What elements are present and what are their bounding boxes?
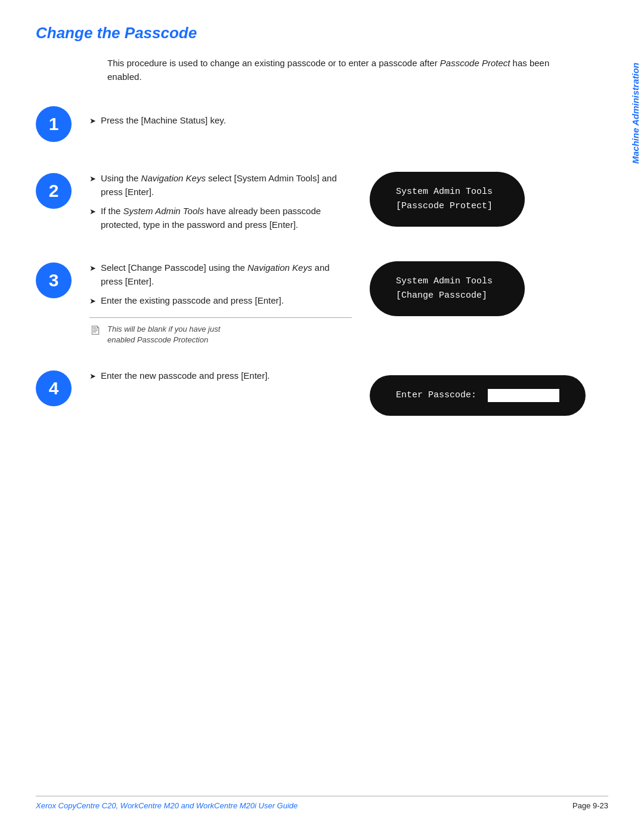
step-3-item-2: ➤ Enter the existing passcode and press … (89, 294, 352, 308)
side-tab: Machine Administration (626, 48, 644, 179)
step-3-item-1: ➤ Select [Change Passcode] using the Nav… (89, 261, 352, 288)
step-4-number: 4 (49, 378, 59, 398)
step-1-item-1: ➤ Press the [Machine Status] key. (89, 114, 352, 128)
step-4-content: ➤ Enter the new passcode and press [Ente… (89, 369, 352, 389)
step-3-text-1: Select [Change Passcode] using the Navig… (101, 261, 352, 288)
intro-italic: Passcode Protect (440, 58, 510, 68)
step-2-item-1: ➤ Using the Navigation Keys select [Syst… (89, 172, 352, 199)
note-box: 🖹 This will be blank if you have justena… (89, 317, 352, 345)
step-4-text: Enter the new passcode and press [Enter]… (101, 369, 270, 383)
page-title: Change the Passcode (36, 24, 596, 42)
intro-paragraph: This procedure is used to change an exis… (107, 57, 572, 84)
arrow-icon-4: ➤ (89, 370, 96, 382)
screen-text-3: System Admin Tools [Change Passcode] (396, 274, 493, 303)
screen-input-row: Enter Passcode: (396, 388, 559, 403)
arrow-icon: ➤ (89, 115, 96, 127)
step-3-section: 3 ➤ Select [Change Passcode] using the N… (36, 261, 596, 345)
step-2-circle: 2 (36, 173, 72, 209)
footer-right-text: Page 9-23 (572, 801, 608, 810)
note-text: This will be blank if you have justenabl… (107, 324, 220, 345)
step-3-number: 3 (49, 270, 59, 291)
screen-text-2: System Admin Tools [Passcode Protect] (396, 185, 493, 214)
screen-oval-3: System Admin Tools [Change Passcode] (370, 261, 525, 316)
step-2-text-2: If the System Admin Tools have already b… (101, 205, 352, 231)
screen-text-4: Enter Passcode: (396, 388, 482, 403)
step-2-section: 2 ➤ Using the Navigation Keys select [Sy… (36, 172, 596, 237)
note-icon: 🖹 (89, 324, 101, 338)
step-2-item-2: ➤ If the System Admin Tools have already… (89, 205, 352, 231)
step-2-text-1: Using the Navigation Keys select [System… (101, 172, 352, 199)
step-1-number: 1 (49, 114, 59, 134)
footer: Xerox CopyCentre C20, WorkCentre M20 and… (36, 796, 608, 810)
step-2-content: ➤ Using the Navigation Keys select [Syst… (89, 172, 352, 237)
step-1-circle: 1 (36, 106, 72, 142)
arrow-icon-2b: ➤ (89, 206, 96, 218)
step-1-text: Press the [Machine Status] key. (101, 114, 226, 128)
step-2-screen: System Admin Tools [Passcode Protect] (370, 172, 525, 227)
screen-oval-4: Enter Passcode: (370, 375, 586, 416)
passcode-input-box (488, 389, 559, 402)
arrow-icon-2a: ➤ (89, 173, 96, 185)
step-3-screen: System Admin Tools [Change Passcode] (370, 261, 525, 316)
arrow-icon-3b: ➤ (89, 295, 96, 307)
step-1-section: 1 ➤ Press the [Machine Status] key. (36, 105, 596, 142)
arrow-icon-3a: ➤ (89, 262, 96, 274)
step-4-circle: 4 (36, 370, 72, 406)
step-3-circle: 3 (36, 262, 72, 298)
step-3-content: ➤ Select [Change Passcode] using the Nav… (89, 261, 352, 345)
page-container: Machine Administration Change the Passco… (0, 0, 644, 828)
step-4-screen: Enter Passcode: (370, 375, 586, 416)
step-4-item-1: ➤ Enter the new passcode and press [Ente… (89, 369, 352, 383)
intro-text-before: This procedure is used to change an exis… (107, 58, 440, 68)
screen-oval-2: System Admin Tools [Passcode Protect] (370, 172, 525, 227)
step-3-text-2: Enter the existing passcode and press [E… (101, 294, 284, 308)
step-2-number: 2 (49, 181, 59, 201)
footer-left-text: Xerox CopyCentre C20, WorkCentre M20 and… (36, 801, 298, 810)
step-4-section: 4 ➤ Enter the new passcode and press [En… (36, 369, 596, 416)
step-1-content: ➤ Press the [Machine Status] key. (89, 114, 352, 134)
side-tab-label: Machine Administration (630, 63, 640, 163)
